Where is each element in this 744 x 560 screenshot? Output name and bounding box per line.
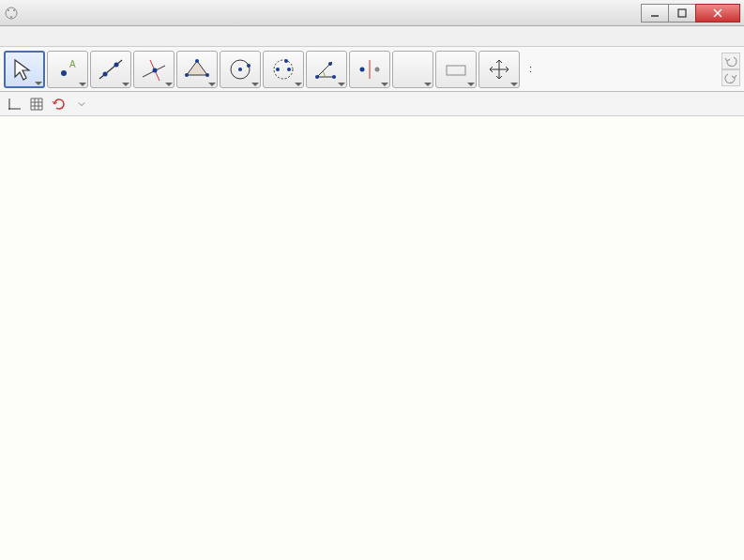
tool-line[interactable] — [90, 51, 131, 88]
grid-toggle-icon[interactable] — [28, 96, 45, 113]
tool-text[interactable] — [392, 51, 433, 88]
sub-toolbar — [0, 92, 744, 116]
tool-pan[interactable] — [478, 51, 520, 88]
menu-file[interactable] — [4, 35, 19, 38]
menubar — [0, 26, 744, 47]
dropdown-icon[interactable] — [73, 96, 90, 113]
view-reset-icon[interactable] — [51, 96, 68, 113]
tool-perpendicular[interactable] — [133, 51, 175, 88]
minimize-button[interactable] — [641, 4, 669, 23]
menu-edit[interactable] — [19, 35, 34, 38]
svg-rect-33 — [447, 66, 465, 75]
svg-point-31 — [360, 67, 365, 71]
svg-point-29 — [328, 62, 332, 66]
svg-point-19 — [185, 73, 189, 77]
svg-point-27 — [315, 75, 319, 79]
menu-tools[interactable] — [79, 35, 94, 38]
svg-point-3 — [10, 16, 12, 18]
svg-point-26 — [284, 59, 288, 63]
menu-window[interactable] — [94, 35, 109, 38]
svg-marker-16 — [187, 61, 207, 75]
svg-point-17 — [195, 59, 199, 63]
svg-point-22 — [247, 64, 251, 68]
maximize-button[interactable] — [668, 4, 696, 23]
svg-point-28 — [332, 75, 336, 79]
svg-point-8 — [61, 70, 67, 76]
svg-point-15 — [153, 68, 158, 72]
svg-point-1 — [8, 9, 9, 11]
titlebar — [0, 0, 744, 26]
tool-ellipse[interactable] — [263, 51, 304, 88]
geometry-canvas[interactable] — [0, 116, 744, 560]
svg-point-24 — [276, 68, 280, 71]
menu-view[interactable] — [34, 35, 49, 38]
tool-polygon[interactable] — [176, 51, 218, 88]
svg-text:A: A — [69, 59, 76, 69]
svg-rect-5 — [678, 9, 686, 17]
svg-point-32 — [375, 67, 380, 71]
tool-reflect[interactable] — [349, 51, 390, 88]
app-icon — [4, 6, 19, 21]
tool-circle[interactable] — [220, 51, 261, 88]
menu-perspectives[interactable] — [49, 35, 64, 38]
toolbar: A : — [0, 47, 744, 92]
undo-button[interactable] — [721, 53, 740, 69]
tool-angle[interactable] — [306, 51, 347, 88]
menu-help[interactable] — [109, 35, 124, 38]
tool-description: : — [522, 62, 720, 75]
svg-point-21 — [238, 68, 242, 71]
svg-point-18 — [205, 73, 209, 77]
svg-point-25 — [287, 68, 291, 71]
tool-slider[interactable] — [435, 51, 477, 88]
svg-point-11 — [103, 71, 108, 76]
svg-point-2 — [13, 9, 15, 11]
tool-point[interactable]: A — [47, 51, 88, 88]
axes-toggle-icon[interactable] — [6, 96, 23, 113]
redo-button[interactable] — [721, 69, 740, 86]
close-button[interactable] — [695, 4, 740, 23]
svg-line-10 — [99, 60, 122, 79]
svg-point-12 — [114, 62, 119, 67]
menu-options[interactable] — [64, 35, 79, 38]
tool-move[interactable] — [4, 51, 45, 88]
